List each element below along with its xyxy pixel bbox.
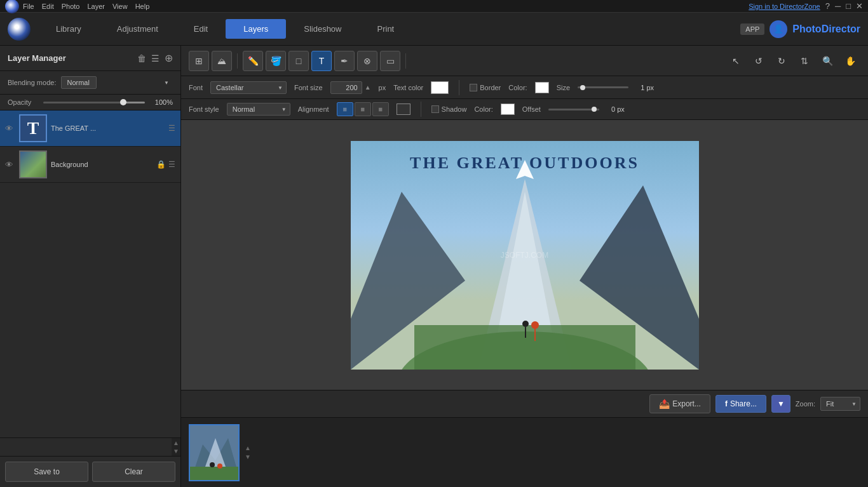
font-style-select[interactable]: Normal xyxy=(227,103,290,116)
font-family-select[interactable]: Castellar xyxy=(210,81,287,94)
fill-tool[interactable]: 🪣 xyxy=(266,51,286,71)
export-button[interactable]: 📤 Export... xyxy=(649,394,710,413)
menu-view[interactable]: View xyxy=(112,3,128,10)
zoom-in-tool[interactable]: 🔍 xyxy=(817,51,837,71)
filmstrip: ▲ ▼ xyxy=(181,417,868,487)
nav-tabs-bar: Library Adjustment Edit Layers Slideshow… xyxy=(0,13,868,46)
tab-slideshow[interactable]: Slideshow xyxy=(286,19,359,39)
save-to-button[interactable]: Save to xyxy=(5,462,88,482)
brand-director: Director xyxy=(822,23,860,34)
offset-slider[interactable] xyxy=(548,109,599,110)
rotate-cw-tool[interactable]: ↻ xyxy=(771,51,792,71)
filmstrip-item-1[interactable] xyxy=(189,424,240,481)
tab-layers[interactable]: Layers xyxy=(226,19,286,39)
opacity-slider[interactable] xyxy=(43,102,145,103)
shadow-checkbox[interactable] xyxy=(431,105,439,113)
pen-tool[interactable]: ✒ xyxy=(334,51,355,71)
top-right-area: Sign in to DirectorZone ? ─ □ ✕ xyxy=(749,1,863,11)
menu-file[interactable]: File xyxy=(23,3,34,10)
shadow-color-swatch[interactable] xyxy=(501,103,515,115)
rect-tool[interactable]: □ xyxy=(288,51,309,71)
flip-tool[interactable]: ⇅ xyxy=(794,51,815,71)
zoom-select[interactable]: Fit 25% 50% 100% 200% xyxy=(820,397,860,411)
layer-visibility-eye-text[interactable]: 👁 xyxy=(5,124,15,133)
layer-options-icon[interactable]: ☰ xyxy=(151,53,159,63)
add-layer-icon[interactable]: ⊕ xyxy=(165,52,173,64)
font-size-input[interactable] xyxy=(330,81,362,94)
opacity-thumb xyxy=(120,99,126,105)
layer-name-background: Background xyxy=(51,161,153,168)
layer-settings-icon[interactable]: ☰ xyxy=(168,124,175,133)
layer-thumbnail-text: T xyxy=(19,114,47,142)
landscape-tool[interactable]: ⛰ xyxy=(212,51,232,71)
filmstrip-scroll-down[interactable]: ▼ xyxy=(245,454,251,460)
filmstrip-scroll-up[interactable]: ▲ xyxy=(245,445,251,451)
menu-layer[interactable]: Layer xyxy=(87,3,105,10)
scroll-down-arrow[interactable]: ▼ xyxy=(173,448,179,455)
alignment-color-swatch[interactable] xyxy=(397,103,410,115)
layer-manager-header: Layer Manager 🗑 ☰ ⊕ xyxy=(0,46,180,71)
border-color-swatch[interactable] xyxy=(535,82,549,93)
text-tool[interactable]: T xyxy=(311,51,332,71)
delete-layer-icon[interactable]: 🗑 xyxy=(137,53,146,63)
layer-settings-icon-bg[interactable]: ☰ xyxy=(168,160,175,169)
share-dropdown-arrow[interactable]: ▼ xyxy=(771,395,790,413)
clear-button[interactable]: Clear xyxy=(92,462,175,482)
brush-tool[interactable]: ✏️ xyxy=(243,51,263,71)
blending-mode-select[interactable]: Normal Multiply Screen Overlay xyxy=(61,76,97,89)
alignment-buttons: ≡ ≡ ≡ xyxy=(337,102,389,116)
tab-print[interactable]: Print xyxy=(360,19,412,39)
paint-bucket-tool[interactable]: ⊗ xyxy=(357,51,377,71)
menu-help[interactable]: Help xyxy=(135,3,150,10)
panel-bottom-buttons: Save to Clear xyxy=(0,456,180,487)
font-style-label: Font style xyxy=(189,105,219,113)
scroll-up-arrow[interactable]: ▲ xyxy=(173,439,179,446)
maximize-icon[interactable]: □ xyxy=(846,1,851,11)
zoom-select-wrapper: Fit 25% 50% 100% 200% xyxy=(820,397,860,411)
layer-name-text: The GREAT ... xyxy=(51,124,165,132)
layer-item-background[interactable]: 👁 Background 🔒 ☰ xyxy=(0,147,180,183)
border-checkbox[interactable] xyxy=(470,84,477,91)
alignment-label: Alignment xyxy=(298,105,329,113)
image-adjust-tool[interactable]: ⊞ xyxy=(189,51,209,71)
share-button[interactable]: f Share... xyxy=(715,395,766,413)
rotate-ccw-tool[interactable]: ↺ xyxy=(749,51,769,71)
offset-label: Offset xyxy=(522,105,541,113)
offset-slider-thumb xyxy=(592,107,597,112)
sign-in-link[interactable]: Sign in to DirectorZone xyxy=(749,3,820,10)
align-right-button[interactable]: ≡ xyxy=(372,102,389,116)
align-left-button[interactable]: ≡ xyxy=(337,102,353,116)
filmstrip-svg-1 xyxy=(190,425,240,481)
pan-tool[interactable]: ✋ xyxy=(840,51,860,71)
tab-adjustment[interactable]: Adjustment xyxy=(99,19,176,39)
layer-item-text[interactable]: 👁 T The GREAT ... ☰ xyxy=(0,110,180,147)
filmstrip-thumbnail-1 xyxy=(190,425,238,480)
frame-tool[interactable]: ▭ xyxy=(380,51,400,71)
menu-edit[interactable]: Edit xyxy=(42,3,54,10)
layer-manager-icons: 🗑 ☰ ⊕ xyxy=(137,52,173,64)
menu-photo[interactable]: Photo xyxy=(62,3,80,10)
layer-lock-icon[interactable]: 🔒 xyxy=(156,160,166,169)
canvas-viewport[interactable]: THE GREAT OUTDOORS JSOFTJ.COM xyxy=(181,120,868,390)
filmstrip-scroll-arrows: ▲ ▼ xyxy=(245,445,251,460)
toolbar-separator-2 xyxy=(405,53,406,69)
layer-thumbnail-bg xyxy=(19,150,47,178)
font-sep1 xyxy=(459,80,459,95)
tab-library[interactable]: Library xyxy=(38,19,99,39)
px-label: px xyxy=(379,84,386,91)
layers-list: 👁 T The GREAT ... ☰ 👁 Background 🔒 ☰ xyxy=(0,110,180,437)
layer-visibility-eye-bg[interactable]: 👁 xyxy=(5,160,15,170)
minimize-icon[interactable]: ─ xyxy=(835,1,841,11)
tab-edit[interactable]: Edit xyxy=(176,19,226,39)
user-avatar[interactable]: 👤 xyxy=(770,20,787,38)
select-arrow-tool[interactable]: ↖ xyxy=(726,51,746,71)
size-slider[interactable] xyxy=(578,86,628,88)
font-size-up-arrow[interactable]: ▲ xyxy=(365,84,371,91)
text-color-swatch[interactable] xyxy=(431,81,449,94)
close-icon[interactable]: ✕ xyxy=(856,1,863,11)
export-label: Export... xyxy=(672,399,701,408)
align-center-button[interactable]: ≡ xyxy=(355,102,371,116)
brand-name: PhotoDirector xyxy=(792,23,860,35)
help-icon[interactable]: ? xyxy=(825,1,830,11)
svg-point-9 xyxy=(522,321,529,327)
